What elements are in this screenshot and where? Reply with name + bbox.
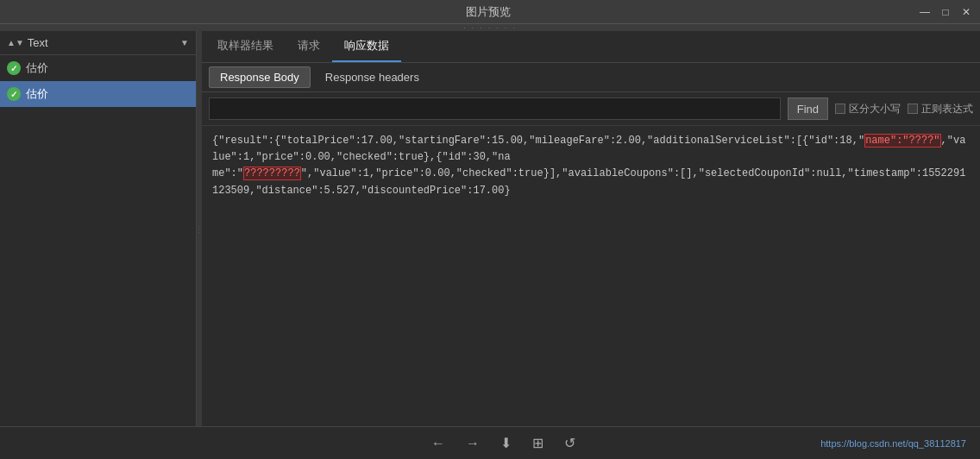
case-sensitive-checkbox[interactable] — [835, 104, 845, 114]
bottom-nav: ← → ⬇ ⊞ ↺ — [186, 435, 820, 451]
sidebar-title: Text — [28, 36, 177, 49]
case-sensitive-option[interactable]: 区分大小写 — [835, 102, 901, 116]
regex-checkbox[interactable] — [908, 104, 918, 114]
response-highlight-2: ????????? — [243, 167, 301, 180]
sub-tab-response-body[interactable]: Response Body — [209, 66, 311, 88]
title-bar: 图片预览 — □ ✕ — [0, 0, 980, 24]
sidebar-item-label-1: 估价 — [26, 86, 48, 102]
main-content: ▲▼ Text ▼ 估价 估价 ⋮ 取样器结果 请求 响应数据 Response… — [0, 31, 980, 426]
sidebar: ▲▼ Text ▼ 估价 估价 — [0, 31, 197, 426]
response-body[interactable]: {"result":{"totalPrice":17.00,"startingF… — [202, 126, 980, 426]
maximize-button[interactable]: □ — [939, 5, 952, 19]
sidebar-item-0[interactable]: 估价 — [0, 55, 196, 81]
right-panel: 取样器结果 请求 响应数据 Response Body Response hea… — [202, 31, 980, 426]
sidebar-collapse-icon[interactable]: ▲▼ — [7, 38, 24, 47]
tab-sampler-result[interactable]: 取样器结果 — [205, 31, 286, 62]
regex-label: 正则表达式 — [921, 102, 973, 116]
bottom-bar: ← → ⬇ ⊞ ↺ https://blog.csdn.net/qq_38112… — [0, 426, 980, 459]
sidebar-item-1[interactable]: 估价 — [0, 81, 196, 107]
tab-request[interactable]: 请求 — [286, 31, 332, 62]
bottom-url: https://blog.csdn.net/qq_38112817 — [820, 438, 966, 449]
response-highlight-1: name":"????" — [864, 134, 940, 148]
refresh-button[interactable]: ↺ — [564, 435, 575, 451]
window-controls: — □ ✕ — [918, 5, 973, 19]
sub-tabs: Response Body Response headers — [202, 63, 980, 92]
drag-handle: · · · · · · · — [0, 24, 980, 31]
check-icon-1 — [7, 87, 21, 101]
search-bar: Find 区分大小写 正则表达式 — [202, 92, 980, 126]
grid-button[interactable]: ⊞ — [532, 435, 543, 451]
check-icon-0 — [7, 61, 21, 75]
download-button[interactable]: ⬇ — [500, 435, 512, 451]
find-button[interactable]: Find — [788, 97, 828, 120]
tab-response-data[interactable]: 响应数据 — [332, 31, 401, 62]
window-title: 图片预览 — [59, 4, 918, 20]
search-input[interactable] — [209, 97, 781, 120]
response-text: {"result":{"totalPrice":17.00,"startingF… — [212, 133, 970, 199]
main-tabs: 取样器结果 请求 响应数据 — [202, 31, 980, 63]
response-text-before: {"result":{"totalPrice":17.00,"startingF… — [212, 135, 864, 147]
case-sensitive-label: 区分大小写 — [849, 102, 901, 116]
sidebar-header: ▲▼ Text ▼ — [0, 31, 196, 55]
forward-button[interactable]: → — [466, 436, 480, 451]
sidebar-menu-icon[interactable]: ▼ — [180, 38, 189, 47]
regex-option[interactable]: 正则表达式 — [908, 102, 973, 116]
sub-tab-response-headers[interactable]: Response headers — [314, 66, 430, 88]
close-button[interactable]: ✕ — [959, 5, 973, 19]
back-button[interactable]: ← — [431, 436, 445, 451]
response-text-after: ","value":1,"price":0.00,"checked":true}… — [212, 167, 965, 196]
minimize-button[interactable]: — — [918, 5, 932, 19]
sidebar-item-label-0: 估价 — [26, 60, 48, 76]
